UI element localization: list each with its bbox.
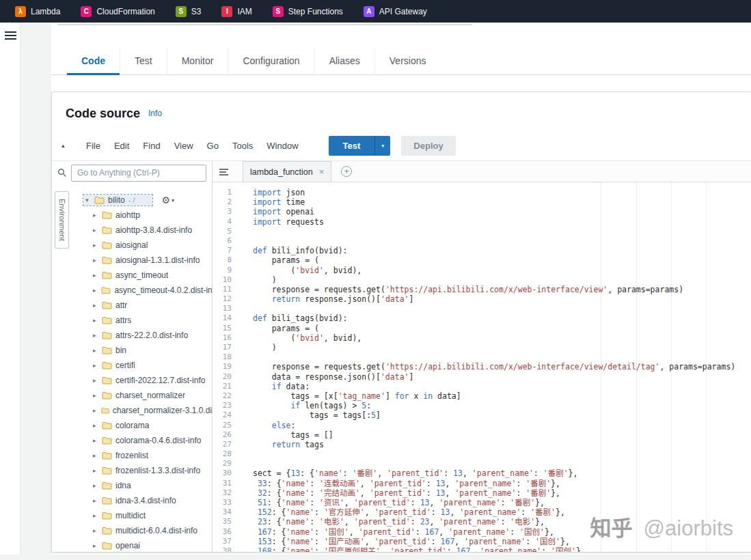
tree-item-bin[interactable]: ▸bin [83, 343, 212, 358]
chevron-right-icon[interactable]: ▸ [93, 302, 98, 309]
chevron-right-icon[interactable]: ▸ [93, 257, 98, 264]
collapse-menubar-icon[interactable]: ▴ [62, 142, 79, 149]
chevron-right-icon[interactable]: ▸ [93, 482, 98, 489]
menu-edit[interactable]: Edit [107, 141, 136, 151]
tab-versions[interactable]: Versions [374, 48, 441, 75]
bookmark-iam[interactable]: IIAM [221, 6, 251, 17]
chevron-right-icon[interactable]: ▸ [93, 242, 98, 249]
menu-tools[interactable]: Tools [226, 141, 260, 151]
code-line: 3import openai [213, 207, 751, 216]
tree-item-charset_normalizer[interactable]: ▸charset_normalizer [83, 388, 212, 403]
hamburger-menu-icon[interactable] [5, 31, 16, 40]
chevron-right-icon[interactable]: ▸ [93, 272, 98, 279]
menu-window[interactable]: Window [260, 141, 305, 151]
code-line-text [241, 449, 253, 459]
tree-settings-button[interactable]: ⚙ ▾ [161, 195, 174, 205]
line-number: 13 [213, 304, 241, 313]
tree-item-aiohttp[interactable]: ▸aiohttp [83, 208, 212, 223]
chevron-right-icon[interactable]: ▸ [93, 212, 98, 219]
chevron-right-icon[interactable]: ▸ [93, 407, 98, 414]
tree-item-idna-3.4.dist-info[interactable]: ▸idna-3.4.dist-info [83, 493, 212, 508]
folder-icon [102, 331, 112, 339]
folder-icon [102, 512, 112, 520]
chevron-right-icon[interactable]: ▸ [93, 497, 98, 504]
folder-icon [102, 466, 112, 475]
menu-view[interactable]: View [167, 141, 200, 151]
tree-item-label: attr [115, 300, 127, 310]
tab-aliases[interactable]: Aliases [314, 48, 374, 75]
chevron-down-icon[interactable]: ▾ [85, 197, 91, 204]
tree-item-colorama-0.4.6.dist-info[interactable]: ▸colorama-0.4.6.dist-info [83, 433, 212, 448]
menu-file[interactable]: File [79, 141, 107, 151]
chevron-right-icon[interactable]: ▸ [93, 437, 98, 444]
chevron-right-icon[interactable]: ▸ [93, 527, 98, 534]
tab-configuration[interactable]: Configuration [228, 48, 314, 75]
goto-anything-input[interactable] [71, 165, 206, 182]
tree-item-multidict[interactable]: ▸multidict [83, 508, 212, 523]
bookmark-step-functions[interactable]: SStep Functions [273, 6, 343, 17]
tree-item-aiohttp-3.8.4.dist-info[interactable]: ▸aiohttp-3.8.4.dist-info [83, 223, 212, 238]
menu-go[interactable]: Go [200, 141, 226, 151]
tree-item-charset_normalizer-3.1.0.dist-info[interactable]: ▸charset_normalizer-3.1.0.dist-info [83, 403, 212, 418]
tree-item-frozenlist[interactable]: ▸frozenlist [83, 448, 212, 463]
tab-code[interactable]: Code [67, 48, 120, 75]
code-line: 29 [213, 459, 751, 468]
step-functions-service-icon: S [273, 6, 284, 17]
tree-item-colorama[interactable]: ▸colorama [83, 418, 212, 433]
tree-root-row[interactable]: ▾ bilito - / ⚙ ▾ [83, 193, 212, 208]
bookmark-s3[interactable]: SS3 [176, 6, 202, 17]
code-line: 28 [213, 449, 751, 459]
chevron-right-icon[interactable]: ▸ [93, 317, 98, 324]
tree-item-async_timeout[interactable]: ▸async_timeout [83, 268, 212, 283]
tab-list-icon[interactable] [219, 167, 229, 176]
tree-item-attrs-22.2.0.dist-info[interactable]: ▸attrs-22.2.0.dist-info [83, 328, 212, 343]
code-line-text: 23: {'name': '电影', 'parent_tid': 23, 'pa… [241, 517, 545, 527]
test-dropdown-icon[interactable]: ▾ [374, 136, 390, 156]
tree-item-frozenlist-1.3.3.dist-info[interactable]: ▸frozenlist-1.3.3.dist-info [83, 463, 212, 478]
chevron-right-icon[interactable]: ▸ [93, 422, 98, 429]
chevron-right-icon[interactable]: ▸ [93, 512, 98, 519]
tree-item-certifi[interactable]: ▸certifi [83, 358, 212, 373]
info-link[interactable]: Info [148, 109, 162, 118]
tree-item-attr[interactable]: ▸attr [83, 298, 212, 313]
bookmark-lambda[interactable]: λLambda [15, 6, 60, 17]
close-tab-icon[interactable]: × [319, 167, 325, 177]
chevron-right-icon[interactable]: ▸ [93, 467, 98, 474]
code-line-text: ('bvid', bvid), [241, 333, 361, 343]
chevron-right-icon[interactable]: ▸ [93, 362, 98, 369]
code-editor: lambda_function × + 1import json2import … [213, 161, 751, 552]
editor-tab-lambda-function[interactable]: lambda_function × [243, 161, 331, 182]
test-split-button: Test ▾ [329, 136, 391, 156]
code-text-area[interactable]: 1import json2import time3import openai4i… [213, 182, 751, 552]
tab-test[interactable]: Test [120, 48, 167, 75]
chevron-right-icon[interactable]: ▸ [93, 377, 98, 384]
menu-find[interactable]: Find [136, 141, 167, 151]
code-line-text [241, 227, 253, 236]
code-line: 18 [213, 352, 751, 362]
chevron-down-icon: ▾ [172, 197, 174, 204]
chevron-right-icon[interactable]: ▸ [93, 227, 98, 234]
line-number: 37 [213, 537, 241, 546]
tree-item-attrs[interactable]: ▸attrs [83, 313, 212, 328]
tree-item-aiosignal-1.3.1.dist-info[interactable]: ▸aiosignal-1.3.1.dist-info [83, 253, 212, 268]
tree-item-async_timeout-4.0.2.dist-info[interactable]: ▸async_timeout-4.0.2.dist-info [83, 283, 212, 298]
chevron-right-icon[interactable]: ▸ [93, 542, 98, 549]
chevron-right-icon[interactable]: ▸ [93, 347, 98, 354]
search-icon [57, 168, 67, 178]
tree-item-certifi-2022.12.7.dist-info[interactable]: ▸certifi-2022.12.7.dist-info [83, 373, 212, 388]
tree-item-openai[interactable]: ▸openai [83, 538, 212, 552]
test-button[interactable]: Test [329, 136, 375, 156]
bookmark-cloudformation[interactable]: CCloudFormation [81, 6, 154, 17]
tab-monitor[interactable]: Monitor [167, 48, 228, 75]
chevron-right-icon[interactable]: ▸ [93, 287, 98, 294]
bookmark-api-gateway[interactable]: AAPI Gateway [364, 6, 427, 17]
code-line-text: response = requests.get('https://api.bil… [241, 285, 683, 294]
new-tab-icon[interactable]: + [341, 166, 352, 177]
tree-item-aiosignal[interactable]: ▸aiosignal [83, 238, 212, 253]
tree-item-idna[interactable]: ▸idna [83, 478, 212, 493]
chevron-right-icon[interactable]: ▸ [93, 392, 98, 399]
chevron-right-icon[interactable]: ▸ [93, 332, 98, 339]
deploy-button[interactable]: Deploy [401, 136, 455, 156]
chevron-right-icon[interactable]: ▸ [93, 452, 98, 459]
tree-item-multidict-6.0.4.dist-info[interactable]: ▸multidict-6.0.4.dist-info [83, 523, 212, 538]
